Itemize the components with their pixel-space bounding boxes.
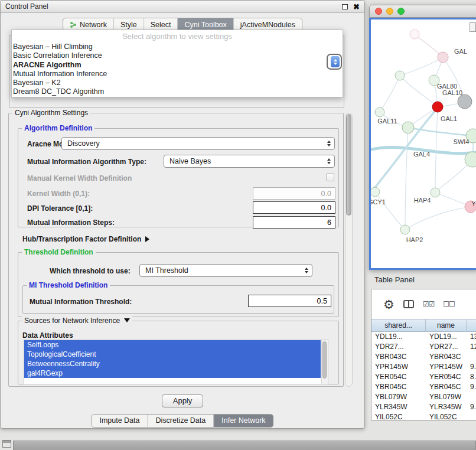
list-scrollbar-thumb[interactable] xyxy=(322,341,327,379)
canvas-scrollbar-button[interactable] xyxy=(470,22,476,32)
dropdown-option-basic-correlation-inference[interactable]: Basic Correlation Inference xyxy=(12,51,343,60)
zoom-traffic-light[interactable] xyxy=(397,8,405,15)
select-all-columns-icon[interactable]: ☑☑ xyxy=(423,300,435,308)
list-scrollbar[interactable] xyxy=(321,340,328,384)
graph-node[interactable] xyxy=(438,52,448,63)
kernel-width-field xyxy=(253,187,335,200)
close-traffic-light[interactable] xyxy=(375,8,382,15)
dropdown-option-dream8-dc-tdc-algorithm[interactable]: Dream8 DC_TDC Algorithm xyxy=(12,87,343,96)
tab-infer-network[interactable]: Infer Network xyxy=(213,415,273,427)
dpi-tolerance-label: DPI Tolerance [0,1]: xyxy=(27,204,93,213)
tab-cyni-toolbox[interactable]: Cyni Toolbox xyxy=(177,18,233,31)
tab-jactivemnodules[interactable]: jActiveMNodules xyxy=(233,18,302,31)
tab-network[interactable]: Network xyxy=(63,18,113,31)
network-canvas[interactable]: GALGAL80GAL10GAL11GAL1SWI4GAL4GCY1HAP4YH… xyxy=(369,18,476,270)
cell: 13 xyxy=(467,332,476,342)
data-attributes-label: Data Attributes xyxy=(22,331,73,340)
which-threshold-select[interactable]: MI Threshold xyxy=(139,264,312,277)
table-row[interactable]: YDL19...YDL19...13 xyxy=(371,332,476,342)
tab-select[interactable]: Select xyxy=(144,18,178,31)
table-row[interactable]: YBR045CYBR045C9. xyxy=(371,382,476,392)
list-item-selfloops[interactable]: SelfLoops xyxy=(24,340,321,350)
cell: YDR27... xyxy=(371,342,426,352)
graph-edge[interactable] xyxy=(435,107,438,193)
list-item-topologicalcoefficient[interactable]: TopologicalCoefficient xyxy=(24,350,321,359)
table-row[interactable]: YBR043CYBR043C xyxy=(371,352,476,362)
graph-node[interactable] xyxy=(371,187,380,197)
algorithm-combo-button[interactable] xyxy=(327,54,342,70)
settings-scrollbar-thumb[interactable] xyxy=(346,114,351,216)
group-title: MI Threshold Definition xyxy=(27,281,110,289)
graph-edge[interactable] xyxy=(400,57,443,76)
close-icon[interactable]: ✖ xyxy=(353,3,360,11)
graph-edge[interactable] xyxy=(380,76,400,112)
mi-algorithm-type-select[interactable]: Naive Bayes xyxy=(164,155,335,168)
graph-node-label: SWI4 xyxy=(454,138,470,145)
mi-threshold-field[interactable] xyxy=(248,295,331,307)
control-panel-window: Control Panel ✖ NetworkStyleSelectCyni T… xyxy=(0,0,365,429)
dropdown-option-mutual-information-inference[interactable]: Mutual Information Inference xyxy=(12,70,343,79)
aracne-mode-select[interactable]: Discovery xyxy=(61,137,335,150)
column-header-name[interactable]: name xyxy=(426,319,467,331)
data-attributes-list[interactable]: SelfLoopsTopologicalCoefficientBetweenne… xyxy=(24,340,328,384)
graph-node[interactable] xyxy=(395,71,405,80)
combo-arrows-icon xyxy=(324,141,334,146)
cell: YBR043C xyxy=(426,352,467,362)
graph-node[interactable] xyxy=(402,122,414,133)
cell: 8. xyxy=(467,372,476,382)
graph-edge[interactable] xyxy=(375,192,405,230)
table-row[interactable]: YDR27...YDR27...12 xyxy=(371,342,476,352)
table-panel-title: Table Panel xyxy=(374,275,415,284)
table-row[interactable]: YBL079WYBL079W xyxy=(371,392,476,402)
mi-steps-field[interactable] xyxy=(253,216,335,229)
tab-discretize-data[interactable]: Discretize Data xyxy=(148,415,214,427)
hub-section-toggle[interactable]: Hub/Transcription Factor Definition xyxy=(22,235,149,243)
minimize-traffic-light[interactable] xyxy=(386,8,393,15)
table-row[interactable]: YPR145WYPR145W9. xyxy=(371,362,476,372)
apply-button[interactable]: Apply xyxy=(162,394,203,407)
graph-node[interactable] xyxy=(375,107,384,117)
graph-node[interactable] xyxy=(431,188,440,197)
minimized-window-icon[interactable] xyxy=(2,440,11,448)
network-window-titlebar[interactable] xyxy=(369,5,476,18)
dropdown-option-bayesian-hill-climbing[interactable]: Bayesian – Hill Climbing xyxy=(12,43,343,51)
cell: YER054C xyxy=(426,372,467,382)
table-row[interactable]: YER054CYER054C8. xyxy=(371,372,476,382)
settings-scrollbar[interactable] xyxy=(345,113,353,387)
cell xyxy=(467,392,476,402)
cell: YBR045C xyxy=(371,382,426,392)
float-window-icon[interactable] xyxy=(342,4,348,9)
graph-node[interactable] xyxy=(410,30,419,39)
list-item-gal4rgexp[interactable]: gal4RGexp xyxy=(24,369,321,378)
cell: YBR045C xyxy=(426,382,467,392)
dropdown-option-aracne-algorithm[interactable]: ARACNE Algorithm xyxy=(12,61,343,70)
column-header-extra[interactable] xyxy=(467,319,476,331)
graph-node-label: GAL10 xyxy=(442,89,462,96)
mi-type-label: Mutual Information Algorithm Type: xyxy=(27,158,146,166)
sources-toggle[interactable]: Sources for Network Inference xyxy=(22,317,132,325)
column-selector-icon[interactable] xyxy=(403,300,414,308)
graph-node-label: GAL1 xyxy=(441,115,457,122)
graph-edge[interactable] xyxy=(405,207,471,230)
window-title: Control Panel xyxy=(5,2,48,11)
cell: YDL19... xyxy=(371,332,426,342)
graph-node[interactable] xyxy=(400,225,410,234)
cell: YER054C xyxy=(371,372,426,382)
gear-icon[interactable]: ⚙ xyxy=(383,298,395,311)
table-row[interactable]: YIL052CYIL052C xyxy=(371,412,476,420)
graph-node[interactable] xyxy=(458,94,472,109)
group-title: Threshold Definition xyxy=(22,248,96,256)
network-view-window: GALGAL80GAL10GAL11GAL1SWI4GAL4GCY1HAP4YH… xyxy=(369,5,476,270)
network-graph: GALGAL80GAL10GAL11GAL1SWI4GAL4GCY1HAP4YH… xyxy=(371,19,476,268)
dpi-tolerance-field[interactable] xyxy=(253,201,335,214)
list-item-betweennesscentrality[interactable]: BetweennessCentrality xyxy=(24,359,321,369)
tab-style[interactable]: Style xyxy=(113,18,144,31)
graph-node[interactable] xyxy=(432,102,443,112)
manual-kernel-label: Manual Kernel Width Definition xyxy=(27,174,132,182)
table-row[interactable]: YLR345WYLR345W9. xyxy=(371,402,476,412)
dropdown-option-bayesian-k2[interactable]: Bayesian – K2 xyxy=(12,79,343,87)
graph-edge[interactable] xyxy=(405,128,408,230)
column-header-shared[interactable]: shared... xyxy=(371,319,426,331)
tab-impute-data[interactable]: Impute Data xyxy=(92,415,147,427)
deselect-all-columns-icon[interactable]: ☐☐ xyxy=(443,300,455,308)
